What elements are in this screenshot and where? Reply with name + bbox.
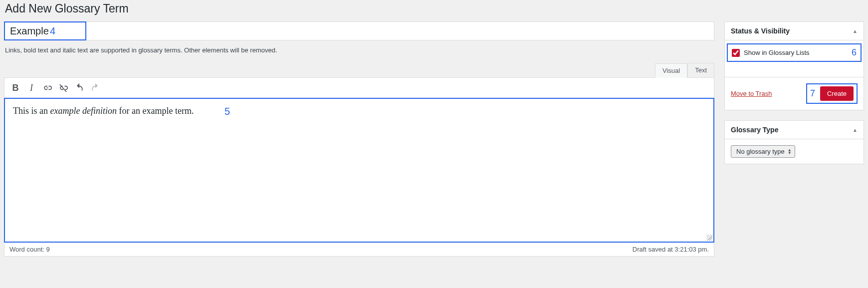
create-action-highlight: 7 Create — [806, 83, 858, 104]
editor-text-prefix: This is an — [13, 106, 50, 116]
redo-button — [87, 80, 103, 96]
collapse-icon: ▲ — [853, 28, 858, 34]
term-title-input[interactable] — [5, 23, 55, 39]
annotation-5: 5 — [224, 106, 230, 117]
glossary-type-title: Glossary Type — [731, 126, 778, 134]
editor-container: B I This is an example — [4, 77, 714, 257]
editor-mode-tabs: Visual Text — [4, 63, 714, 77]
select-chevron-icon: ▲▼ — [788, 149, 792, 155]
page-title: Add New Glossary Term — [5, 2, 864, 15]
glossary-type-select[interactable]: No glossary type ▲▼ — [731, 145, 795, 158]
show-in-lists-label: Show in Glossary Lists — [744, 49, 810, 56]
bold-button[interactable]: B — [7, 80, 23, 96]
collapse-icon: ▲ — [853, 127, 858, 133]
create-button[interactable]: Create — [820, 86, 854, 101]
show-in-lists-row: Show in Glossary Lists 6 — [727, 43, 862, 62]
status-visibility-title: Status & Visibility — [731, 27, 790, 35]
annotation-4: 4 — [50, 25, 60, 37]
editor-hint-text: Links, bold text and italic text are sup… — [5, 46, 714, 54]
title-input-extension[interactable] — [86, 21, 714, 40]
resize-handle[interactable] — [706, 235, 712, 241]
glossary-type-selected: No glossary type — [736, 148, 785, 155]
tab-text[interactable]: Text — [687, 63, 714, 77]
editor-textarea[interactable]: This is an example definition for an exa… — [4, 98, 714, 243]
annotation-6: 6 — [852, 47, 857, 58]
editor-toolbar: B I — [4, 78, 714, 98]
show-in-lists-checkbox[interactable] — [732, 49, 740, 57]
unlink-button[interactable] — [55, 80, 71, 96]
status-visibility-toggle[interactable]: Status & Visibility ▲ — [725, 22, 864, 40]
tab-visual[interactable]: Visual — [655, 63, 687, 78]
italic-button[interactable]: I — [23, 80, 39, 96]
annotation-7: 7 — [810, 88, 815, 99]
move-to-trash-link[interactable]: Move to Trash — [731, 90, 772, 97]
link-button[interactable] — [39, 80, 55, 96]
draft-saved-text: Draft saved at 3:21:03 pm. — [633, 246, 709, 253]
editor-text-suffix: for an example term. — [117, 106, 194, 116]
editor-text-italic: example definition — [50, 106, 117, 116]
editor-footer: Word count: 9 Draft saved at 3:21:03 pm. — [4, 242, 714, 256]
word-count: Word count: 9 — [9, 246, 50, 253]
glossary-type-box: Glossary Type ▲ No glossary type ▲▼ — [724, 120, 864, 164]
undo-button[interactable] — [71, 80, 87, 96]
glossary-type-toggle[interactable]: Glossary Type ▲ — [725, 121, 864, 139]
title-input-highlight: 4 — [4, 21, 86, 40]
status-visibility-box: Status & Visibility ▲ Show in Glossary L… — [724, 21, 864, 110]
